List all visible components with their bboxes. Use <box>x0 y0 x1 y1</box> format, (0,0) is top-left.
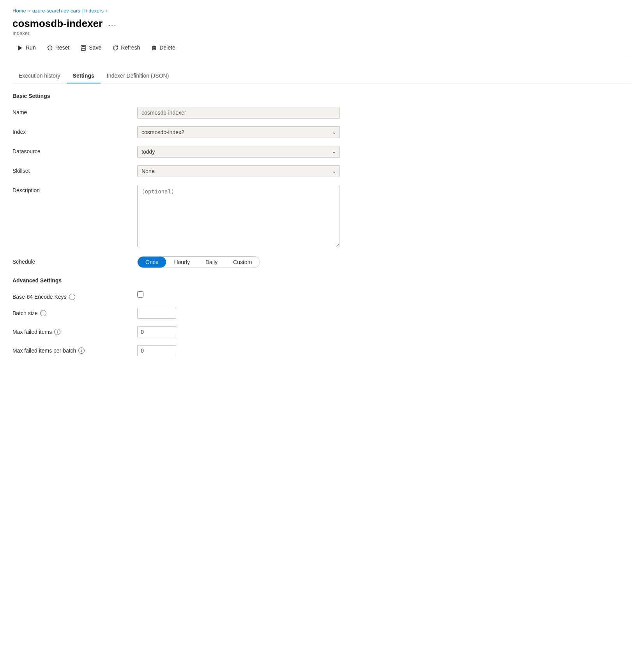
refresh-label: Refresh <box>121 44 140 51</box>
refresh-icon <box>112 44 119 51</box>
breadcrumb-home[interactable]: Home <box>12 8 26 14</box>
base64-keys-info-icon: i <box>69 294 75 300</box>
svg-rect-3 <box>82 48 85 50</box>
datasource-row: Datasource toddy ⌄ <box>12 146 632 158</box>
datasource-label: Datasource <box>12 146 137 154</box>
schedule-group: Once Hourly Daily Custom <box>137 256 260 268</box>
page-subtitle: Indexer <box>12 30 632 36</box>
base64-keys-checkbox[interactable] <box>137 291 143 298</box>
index-select[interactable]: cosmosdb-index2 <box>137 126 340 138</box>
base64-keys-label: Base-64 Encode Keys i <box>12 291 137 300</box>
save-button[interactable]: Save <box>76 42 106 53</box>
base64-keys-row: Base-64 Encode Keys i <box>12 291 632 300</box>
refresh-button[interactable]: Refresh <box>108 42 145 53</box>
breadcrumb: Home › azure-search-ev-cars | Indexers › <box>12 8 632 14</box>
tab-execution-history[interactable]: Execution history <box>12 69 67 83</box>
reset-icon <box>47 44 53 51</box>
toolbar: Run Reset Save Refresh <box>12 42 632 59</box>
base64-keys-control <box>137 291 340 299</box>
delete-icon <box>151 44 157 51</box>
name-label: Name <box>12 107 137 115</box>
breadcrumb-sep-2: › <box>106 8 108 14</box>
run-button[interactable]: Run <box>12 42 41 53</box>
tabs: Execution history Settings Indexer Defin… <box>12 69 632 83</box>
delete-label: Delete <box>159 44 175 51</box>
skillset-select-wrapper: None ⌄ <box>137 165 340 177</box>
batch-size-control <box>137 308 340 319</box>
svg-marker-0 <box>18 46 22 50</box>
schedule-row: Schedule Once Hourly Daily Custom <box>12 256 632 268</box>
name-input[interactable] <box>137 107 340 119</box>
tab-indexer-definition[interactable]: Indexer Definition (JSON) <box>101 69 175 83</box>
schedule-control: Once Hourly Daily Custom <box>137 256 340 268</box>
page-title: cosmosdb-indexer <box>12 18 103 30</box>
description-row: Description <box>12 185 632 248</box>
datasource-select[interactable]: toddy <box>137 146 340 158</box>
tab-settings[interactable]: Settings <box>67 69 101 83</box>
skillset-row: Skillset None ⌄ <box>12 165 632 177</box>
index-select-wrapper: cosmosdb-index2 ⌄ <box>137 126 340 138</box>
max-failed-items-per-batch-input[interactable] <box>137 345 176 356</box>
skillset-label: Skillset <box>12 165 137 174</box>
svg-rect-4 <box>152 47 156 50</box>
reset-label: Reset <box>55 44 70 51</box>
max-failed-items-info-icon: i <box>54 329 60 335</box>
max-failed-items-control <box>137 326 340 337</box>
index-label: Index <box>12 126 137 135</box>
description-label: Description <box>12 185 137 193</box>
more-options-button[interactable]: ... <box>106 19 119 28</box>
skillset-control: None ⌄ <box>137 165 340 177</box>
name-control <box>137 107 340 119</box>
svg-rect-2 <box>82 46 85 47</box>
schedule-hourly-button[interactable]: Hourly <box>166 257 197 268</box>
schedule-daily-button[interactable]: Daily <box>198 257 225 268</box>
reset-button[interactable]: Reset <box>42 42 74 53</box>
index-row: Index cosmosdb-index2 ⌄ <box>12 126 632 138</box>
max-failed-items-per-batch-row: Max failed items per batch i <box>12 345 632 356</box>
save-label: Save <box>89 44 101 51</box>
breadcrumb-indexers[interactable]: azure-search-ev-cars | Indexers <box>32 8 104 14</box>
datasource-control: toddy ⌄ <box>137 146 340 158</box>
batch-size-row: Batch size i <box>12 308 632 319</box>
schedule-label: Schedule <box>12 256 137 265</box>
datasource-select-wrapper: toddy ⌄ <box>137 146 340 158</box>
schedule-once-button[interactable]: Once <box>138 257 166 268</box>
max-failed-items-per-batch-label: Max failed items per batch i <box>12 345 137 354</box>
breadcrumb-sep-1: › <box>28 8 30 14</box>
basic-settings-title: Basic Settings <box>12 93 632 99</box>
max-failed-items-per-batch-control <box>137 345 340 356</box>
batch-size-input[interactable] <box>137 308 176 319</box>
max-failed-items-per-batch-info-icon: i <box>78 348 85 354</box>
name-row: Name <box>12 107 632 119</box>
description-textarea[interactable] <box>137 185 340 247</box>
run-label: Run <box>26 44 36 51</box>
run-icon <box>17 44 23 51</box>
max-failed-items-row: Max failed items i <box>12 326 632 337</box>
description-control <box>137 185 340 248</box>
batch-size-info-icon: i <box>40 310 46 316</box>
delete-button[interactable]: Delete <box>146 42 180 53</box>
batch-size-label: Batch size i <box>12 308 137 316</box>
index-control: cosmosdb-index2 ⌄ <box>137 126 340 138</box>
max-failed-items-label: Max failed items i <box>12 326 137 335</box>
schedule-custom-button[interactable]: Custom <box>225 257 260 268</box>
skillset-select[interactable]: None <box>137 165 340 177</box>
save-icon <box>80 44 87 51</box>
max-failed-items-input[interactable] <box>137 326 176 337</box>
advanced-settings-title: Advanced Settings <box>12 277 632 284</box>
page-header: cosmosdb-indexer ... <box>12 18 632 30</box>
